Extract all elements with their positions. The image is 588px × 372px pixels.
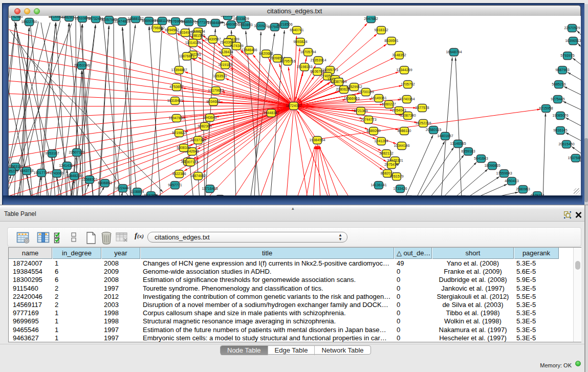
svg-text:15198153: 15198153	[296, 65, 312, 69]
svg-text:11318461: 11318461	[167, 99, 183, 102]
svg-text:5219822: 5219822	[172, 131, 186, 135]
svg-text:16396513: 16396513	[565, 39, 581, 42]
svg-text:12414394: 12414394	[59, 164, 75, 167]
svg-text:5685216: 5685216	[552, 82, 565, 86]
svg-text:19384554: 19384554	[309, 138, 325, 142]
svg-text:8369062: 8369062	[142, 19, 156, 23]
svg-text:4679214: 4679214	[530, 193, 544, 195]
svg-text:1705792: 1705792	[401, 82, 415, 86]
svg-text:13716485: 13716485	[202, 187, 217, 190]
svg-text:13529912: 13529912	[346, 85, 362, 89]
svg-text:3220921: 3220921	[254, 24, 268, 28]
svg-text:9887903: 9887903	[555, 68, 569, 72]
svg-text:16033809: 16033809	[233, 17, 249, 20]
svg-text:8539591: 8539591	[384, 39, 398, 42]
svg-text:13146585: 13146585	[450, 142, 466, 145]
svg-text:3148352: 3148352	[392, 53, 406, 57]
svg-text:9082309: 9082309	[198, 124, 211, 128]
svg-text:11881122: 11881122	[155, 19, 170, 23]
svg-text:2975475: 2975475	[384, 163, 398, 166]
svg-text:21981592: 21981592	[189, 34, 205, 37]
svg-text:1108894: 1108894	[130, 190, 144, 193]
svg-text:17394887: 17394887	[171, 68, 187, 72]
svg-text:20053346: 20053346	[74, 63, 90, 67]
svg-text:19085076: 19085076	[552, 114, 568, 117]
svg-text:18922760: 18922760	[21, 20, 37, 24]
svg-text:9275445: 9275445	[551, 97, 564, 101]
svg-text:15700199: 15700199	[358, 90, 374, 94]
svg-text:12087340: 12087340	[400, 114, 416, 117]
svg-text:18795716: 18795716	[279, 59, 295, 63]
svg-text:11584847: 11584847	[208, 21, 224, 25]
svg-text:6540741: 6540741	[290, 28, 303, 32]
svg-text:9983893: 9983893	[238, 23, 252, 27]
svg-text:3377578: 3377578	[415, 106, 429, 110]
svg-text:2054043: 2054043	[392, 108, 406, 112]
svg-text:5793975: 5793975	[560, 54, 574, 57]
svg-text:9034686: 9034686	[206, 100, 220, 103]
svg-text:13179613: 13179613	[208, 89, 224, 92]
svg-text:19017734: 19017734	[33, 171, 49, 174]
svg-text:6306893: 6306893	[98, 181, 112, 185]
svg-text:5308102: 5308102	[177, 146, 190, 149]
svg-text:18252216: 18252216	[415, 121, 431, 125]
svg-text:5641643: 5641643	[474, 157, 488, 160]
svg-text:22570529: 22570529	[564, 26, 580, 30]
svg-text:12344269: 12344269	[396, 68, 412, 72]
svg-text:10344146: 10344146	[394, 144, 409, 147]
svg-text:22507109: 22507109	[69, 150, 84, 154]
svg-text:9893824: 9893824	[293, 40, 307, 43]
svg-text:8389269: 8389269	[366, 129, 380, 133]
svg-text:9953167: 9953167	[45, 151, 59, 155]
svg-text:20037339: 20037339	[190, 138, 206, 142]
svg-text:8721369: 8721369	[354, 109, 367, 113]
svg-text:1241284: 1241284	[374, 139, 388, 143]
svg-text:2876966: 2876966	[168, 19, 182, 23]
svg-text:22439587: 22439587	[205, 37, 221, 41]
svg-text:10848230: 10848230	[66, 174, 82, 178]
svg-text:9457771: 9457771	[168, 183, 182, 187]
svg-text:3261579: 3261579	[389, 174, 403, 178]
svg-text:9214491: 9214491	[49, 16, 62, 18]
svg-text:2077105: 2077105	[195, 20, 209, 24]
svg-text:14460856: 14460856	[223, 23, 239, 26]
svg-text:18724007: 18724007	[286, 104, 301, 107]
svg-text:7674349: 7674349	[229, 44, 243, 48]
svg-text:16648784: 16648784	[446, 50, 462, 54]
svg-text:8215958: 8215958	[539, 106, 553, 110]
svg-text:14136141: 14136141	[371, 183, 386, 187]
svg-text:18874652: 18874652	[190, 174, 206, 178]
svg-text:11014145: 11014145	[185, 41, 201, 45]
svg-text:1019189: 1019189	[218, 63, 232, 67]
svg-text:1653531: 1653531	[213, 74, 227, 78]
svg-text:14401657: 14401657	[437, 134, 453, 138]
svg-text:4753657: 4753657	[169, 85, 183, 89]
svg-text:5060227: 5060227	[382, 102, 396, 106]
svg-text:16149361: 16149361	[371, 96, 386, 100]
svg-text:15375853: 15375853	[568, 156, 581, 160]
svg-text:6742460: 6742460	[9, 16, 23, 18]
svg-text:9837869: 9837869	[144, 193, 158, 195]
svg-text:1733426: 1733426	[393, 187, 407, 190]
svg-text:4743069: 4743069	[50, 171, 63, 175]
svg-text:8986110: 8986110	[398, 129, 411, 133]
svg-text:19218506: 19218506	[276, 23, 292, 26]
svg-text:11876872: 11876872	[179, 54, 195, 58]
svg-text:20580115: 20580115	[426, 128, 442, 132]
svg-text:16224441: 16224441	[115, 186, 130, 190]
svg-text:15588301: 15588301	[81, 178, 97, 181]
svg-text:8359183: 8359183	[461, 149, 475, 153]
svg-text:20615450: 20615450	[558, 142, 574, 146]
svg-text:9318332: 9318332	[374, 28, 388, 32]
svg-text:3382132: 3382132	[379, 151, 393, 155]
svg-text:13546466: 13546466	[241, 48, 257, 52]
svg-text:2047682: 2047682	[364, 17, 378, 20]
svg-text:19448347: 19448347	[263, 111, 279, 115]
svg-text:17796882: 17796882	[148, 26, 164, 30]
svg-text:20740364: 20740364	[399, 97, 415, 101]
svg-text:16947830: 16947830	[168, 116, 184, 120]
svg-text:2580963: 2580963	[516, 187, 530, 191]
svg-text:17559643: 17559643	[496, 171, 512, 175]
svg-text:19095773: 19095773	[322, 68, 338, 72]
svg-text:8685577: 8685577	[182, 20, 195, 24]
